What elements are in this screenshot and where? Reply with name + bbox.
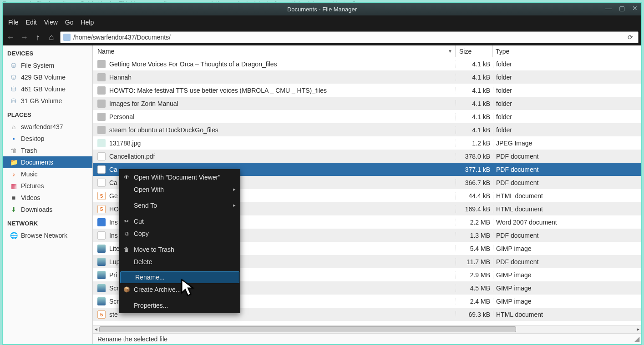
folder-icon xyxy=(97,126,106,134)
menu-edit[interactable]: Edit xyxy=(23,17,40,28)
thumb-icon xyxy=(97,245,106,253)
archive-icon: 📦 xyxy=(123,286,130,293)
forward-icon[interactable]: → xyxy=(19,32,29,42)
file-size: 4.1 kB xyxy=(456,100,493,107)
sidebar-item-label: Music xyxy=(21,170,38,178)
column-size[interactable]: Size xyxy=(456,45,493,57)
menu-view[interactable]: View xyxy=(41,17,61,28)
menu-file[interactable]: File xyxy=(5,17,21,28)
folder-icon xyxy=(97,86,106,95)
menu-item-label: Send To xyxy=(134,202,157,209)
menu-item-copy[interactable]: ⧉Copy xyxy=(119,227,240,240)
path-input[interactable]: /home/swarfendor437/Documents/ ⟳ xyxy=(60,31,639,43)
table-row[interactable]: Personal4.1 kBfolder xyxy=(93,110,641,123)
up-icon[interactable]: ↑ xyxy=(33,32,43,42)
maximize-icon[interactable]: ▢ xyxy=(619,5,625,12)
column-type[interactable]: Type xyxy=(493,45,641,57)
sort-indicator-icon: ▼ xyxy=(448,49,452,54)
menu-help[interactable]: Help xyxy=(78,17,96,28)
menu-item-open-with-document-viewer[interactable]: 👁Open With "Document Viewer" xyxy=(119,171,240,183)
sidebar-item-desktop[interactable]: ▪Desktop xyxy=(3,133,92,145)
column-headers[interactable]: Name▼ Size Type xyxy=(93,45,641,57)
menu-item-cut[interactable]: ✂Cut xyxy=(119,215,240,227)
back-icon[interactable]: ← xyxy=(5,32,15,42)
sidebar-item-swarfendor437[interactable]: ⌂swarfendor437 xyxy=(3,121,92,133)
minimize-icon[interactable]: — xyxy=(605,5,612,12)
table-row[interactable]: Images for Zorin Manual4.1 kBfolder xyxy=(93,97,641,110)
scrollbar-thumb[interactable] xyxy=(99,326,516,332)
table-row[interactable]: Cancellation.pdf378.0 kBPDF document xyxy=(93,150,641,163)
menubar: File Edit View Go Help xyxy=(3,15,641,29)
file-type: folder xyxy=(493,100,641,107)
file-size: 69.3 kB xyxy=(456,311,493,318)
sidebar-item-trash[interactable]: 🗑Trash xyxy=(3,145,92,156)
horizontal-scrollbar[interactable]: ◂ ▸ xyxy=(93,325,641,333)
drive-icon: ⛁ xyxy=(10,74,17,81)
file-type: HTML document xyxy=(493,311,641,318)
sidebar: DEVICES⛁File System⛁429 GB Volume⛁461 GB… xyxy=(3,45,93,344)
table-row[interactable]: HOWTO: Make festival TTS use better voic… xyxy=(93,84,641,97)
resize-grip-icon[interactable]: ◢ xyxy=(634,335,639,343)
file-size: 169.4 kB xyxy=(456,205,493,213)
scroll-right-icon[interactable]: ▸ xyxy=(635,326,641,332)
file-size: 2.4 MB xyxy=(456,298,493,305)
close-icon[interactable]: ✕ xyxy=(632,5,638,12)
html-icon: 5 xyxy=(97,310,106,319)
table-row[interactable]: Hannah4.1 kBfolder xyxy=(93,70,641,84)
sidebar-item-videos[interactable]: ■Videos xyxy=(3,192,92,204)
cut-icon: ✂ xyxy=(123,218,130,225)
menu-go[interactable]: Go xyxy=(62,17,76,28)
table-row[interactable]: 131788.jpg1.2 kBJPEG Image xyxy=(93,136,641,150)
table-row[interactable]: steam for ubuntu at DuckDuckGo_files4.1 … xyxy=(93,123,641,136)
menu-item-label: Create Archive... xyxy=(134,286,181,293)
file-size: 2.2 MB xyxy=(456,219,493,226)
file-name: Scr xyxy=(109,298,119,305)
titlebar[interactable]: Documents - File Manager — ▢ ✕ xyxy=(3,3,641,15)
sidebar-item-downloads[interactable]: ⬇Downloads xyxy=(3,204,92,215)
file-size: 4.1 kB xyxy=(456,87,493,94)
column-name[interactable]: Name▼ xyxy=(93,45,456,57)
sidebar-item-31-gb-volume[interactable]: ⛁31 GB Volume xyxy=(3,95,92,107)
file-name: Ins xyxy=(109,232,118,239)
menu-item-send-to[interactable]: Send To xyxy=(119,199,240,211)
blank-icon xyxy=(123,302,130,309)
sidebar-item-browse-network[interactable]: 🌐Browse Network xyxy=(3,230,92,241)
file-type: GIMP image xyxy=(493,285,641,292)
sidebar-item-file-system[interactable]: ⛁File System xyxy=(3,60,92,71)
file-type: GIMP image xyxy=(493,298,641,305)
scroll-left-icon[interactable]: ◂ xyxy=(93,326,99,332)
sidebar-item-label: Browse Network xyxy=(21,232,67,239)
menu-item-properties[interactable]: Properties... xyxy=(119,299,240,311)
blank-icon xyxy=(123,258,130,265)
home-icon[interactable]: ⌂ xyxy=(46,32,56,42)
menu-item-open-with[interactable]: Open With xyxy=(119,183,240,195)
sidebar-item-429-gb-volume[interactable]: ⛁429 GB Volume xyxy=(3,71,92,83)
trash-icon: 🗑 xyxy=(10,147,17,154)
sidebar-item-documents[interactable]: 📁Documents xyxy=(3,156,92,168)
folder-icon xyxy=(97,100,106,108)
menu-item-delete[interactable]: Delete xyxy=(119,255,240,268)
table-row[interactable]: Getting More Voices For Orca – Thoughts … xyxy=(93,57,641,70)
menu-item-rename[interactable]: Rename... xyxy=(120,271,239,283)
sidebar-item-music[interactable]: ♪Music xyxy=(3,168,92,180)
sidebar-item-pictures[interactable]: ▦Pictures xyxy=(3,180,92,192)
menu-item-label: Copy xyxy=(134,230,149,237)
pdf-icon xyxy=(97,231,106,240)
doc-icon xyxy=(97,218,106,226)
pictures-icon: ▦ xyxy=(10,182,17,190)
menu-item-create-archive[interactable]: 📦Create Archive... xyxy=(119,283,240,295)
context-menu[interactable]: 👁Open With "Document Viewer"Open WithSen… xyxy=(119,169,240,313)
sidebar-item-461-gb-volume[interactable]: ⛁461 GB Volume xyxy=(3,83,92,95)
file-manager-window: Documents - File Manager — ▢ ✕ File Edit… xyxy=(2,2,642,345)
network-icon: 🌐 xyxy=(10,232,17,239)
file-name: Ca xyxy=(109,179,117,186)
file-size: 377.1 kB xyxy=(456,166,493,173)
menu-item-move-to-trash[interactable]: 🗑Move to Trash xyxy=(119,243,240,255)
refresh-icon[interactable]: ⟳ xyxy=(625,34,635,41)
file-type: GIMP image xyxy=(493,245,641,252)
menu-item-label: Open With "Document Viewer" xyxy=(134,174,220,181)
menu-item-label: Properties... xyxy=(134,302,168,309)
sidebar-header: PLACES xyxy=(3,107,92,121)
file-type: folder xyxy=(493,87,641,94)
file-size: 2.9 MB xyxy=(456,271,493,279)
